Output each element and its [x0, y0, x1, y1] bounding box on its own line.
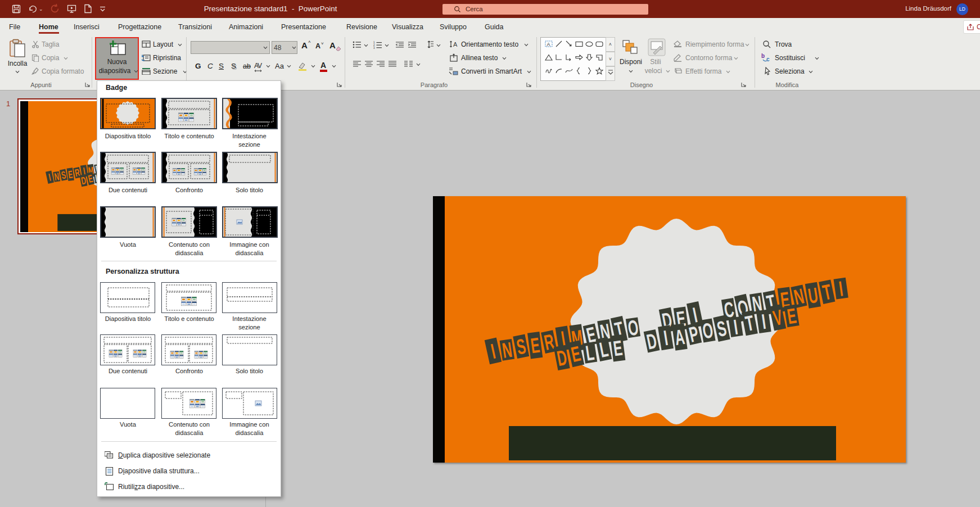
svg-text:A: A [547, 42, 550, 47]
svg-text:A: A [453, 41, 458, 48]
svg-text:b: b [761, 53, 765, 59]
svg-text:3: 3 [373, 47, 375, 49]
svg-text:c: c [766, 56, 770, 62]
